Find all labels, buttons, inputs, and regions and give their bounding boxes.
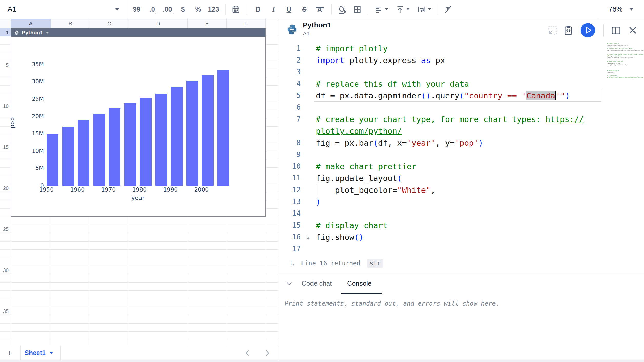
- run-code-button[interactable]: [581, 23, 595, 37]
- code-token: # make chart prettier: [316, 162, 416, 171]
- zoom-level: 76%: [609, 5, 622, 13]
- snippets-button[interactable]: [563, 25, 574, 36]
- minimap-line: # import plotly: [607, 43, 643, 44]
- code-panel-title: Python1: [303, 21, 331, 29]
- close-panel-button[interactable]: [628, 25, 638, 35]
- code-token: , y=: [436, 138, 455, 147]
- code-line[interactable]: # replace this df with your data: [316, 78, 469, 90]
- code-line[interactable]: plot_bgcolor="White",: [316, 184, 436, 196]
- code-token: import: [316, 56, 345, 65]
- cell-reference-box[interactable]: A1: [0, 0, 127, 19]
- currency-button[interactable]: $: [175, 2, 190, 17]
- text-wrap-button[interactable]: [414, 2, 435, 17]
- horizontal-align-button[interactable]: [370, 2, 392, 17]
- code-line[interactable]: fig = px.bar(df, x='year', y='pop'): [316, 137, 483, 149]
- column-header-D[interactable]: D: [129, 19, 188, 28]
- line-number: 8: [285, 137, 301, 149]
- line-number: 12: [285, 184, 301, 196]
- code-line[interactable]: # import plotly: [316, 43, 388, 54]
- select-cells-button[interactable]: [547, 25, 558, 36]
- vertical-align-button[interactable]: [392, 2, 414, 17]
- row-header-20[interactable]: 20: [0, 184, 9, 192]
- code-editor-panel: Python1 A1: [278, 19, 644, 360]
- code-line[interactable]: # display chart: [316, 219, 388, 231]
- currency-format-button[interactable]: 99: [129, 2, 144, 17]
- row-header-5[interactable]: 5: [0, 61, 9, 69]
- column-header-E[interactable]: E: [188, 19, 227, 28]
- row-header-25[interactable]: 25: [0, 225, 9, 233]
- minimap-line: # https://docs.quadratichq.com/python/ch…: [607, 77, 643, 78]
- fill-color-button[interactable]: [334, 2, 350, 17]
- collapse-console-button[interactable]: [284, 278, 294, 289]
- divider: [20, 345, 21, 360]
- tab-console[interactable]: Console: [347, 279, 371, 287]
- column-header-C[interactable]: C: [90, 19, 129, 28]
- code-token: "country == ': [464, 91, 527, 100]
- divider: [331, 4, 332, 15]
- borders-button[interactable]: [350, 2, 365, 17]
- row-header-10[interactable]: 10: [0, 102, 9, 110]
- code-token: fig.show: [316, 233, 354, 242]
- sheet-tab[interactable]: Sheet1: [25, 347, 53, 358]
- line-number: 6: [285, 102, 301, 113]
- code-token: ,: [431, 185, 436, 195]
- x-axis-tick: 1990: [155, 186, 186, 193]
- panel-layout-button[interactable]: [611, 25, 621, 36]
- code-token: plot_bgcolor=: [316, 185, 397, 195]
- grid-corner[interactable]: [0, 19, 11, 28]
- chart-bar: [93, 114, 105, 186]
- next-sheet-button[interactable]: [263, 348, 272, 358]
- code-token: ): [316, 197, 321, 206]
- italic-button[interactable]: I: [266, 2, 281, 17]
- bold-button[interactable]: B: [250, 2, 266, 17]
- line-number: 14: [285, 208, 301, 219]
- number-button[interactable]: 123: [206, 2, 221, 17]
- code-token: fig = px.bar: [316, 138, 373, 147]
- plus-icon: +: [7, 348, 12, 358]
- column-header-F[interactable]: F: [227, 19, 266, 28]
- row-header-15[interactable]: 15: [0, 143, 9, 151]
- x-axis-tick: 2000: [186, 186, 217, 193]
- row-header-35[interactable]: 35: [0, 307, 9, 315]
- date-format-button[interactable]: [228, 2, 244, 17]
- decrease-decimals-button[interactable]: .0←: [144, 2, 160, 17]
- minimap-line: # display chart: [607, 69, 643, 71]
- percent-button[interactable]: %: [190, 2, 206, 17]
- column-header-B[interactable]: B: [51, 19, 90, 28]
- line-number: 5: [285, 90, 301, 102]
- python-chart-cell[interactable]: Python1 pop year 05M10M15M20M25M30M35M19…: [11, 28, 266, 217]
- code-line[interactable]: # create your chart type, for more chart…: [316, 113, 584, 125]
- chart-y-axis-title: pop: [9, 117, 15, 128]
- row-header-1[interactable]: 1: [0, 28, 11, 36]
- line-number: 4: [285, 78, 301, 90]
- clear-formatting-button[interactable]: [440, 2, 456, 17]
- code-token: df = px.data.gapminder: [316, 91, 421, 100]
- tab-code-chat[interactable]: Code chat: [301, 279, 332, 287]
- code-token: ): [479, 138, 484, 147]
- divider: [368, 4, 368, 15]
- code-line[interactable]: # make chart prettier: [316, 160, 416, 172]
- add-sheet-button[interactable]: +: [4, 347, 15, 358]
- row-header-30[interactable]: 30: [0, 266, 9, 274]
- chart-cell-header[interactable]: Python1: [11, 28, 265, 37]
- strikethrough-button[interactable]: S: [297, 2, 312, 17]
- chevron-down-icon[interactable]: [115, 8, 119, 11]
- code-line[interactable]: fig.update_layout(: [316, 172, 402, 184]
- code-line[interactable]: df = px.data.gapminder().query("country …: [316, 90, 570, 102]
- code-line[interactable]: import plotly.express as px: [316, 54, 445, 66]
- code-line[interactable]: fig.show(): [316, 231, 364, 243]
- underline-button[interactable]: U: [281, 2, 297, 17]
- chart-bar: [124, 103, 136, 186]
- increase-decimals-button[interactable]: .00→: [160, 2, 175, 17]
- x-axis-tick: 1960: [62, 186, 93, 193]
- editor-minimap[interactable]: # import plotlyimport plotly.express as …: [607, 43, 643, 84]
- prev-sheet-button[interactable]: [243, 348, 252, 358]
- column-header-A[interactable]: A: [11, 19, 51, 28]
- zoom-control[interactable]: 76%: [598, 0, 644, 19]
- divider: [603, 24, 604, 36]
- text-color-button[interactable]: A: [312, 2, 327, 17]
- code-line[interactable]: ): [316, 196, 321, 208]
- code-line[interactable]: plotly.com/python/: [316, 125, 402, 137]
- toolbar: A1 99 .0← .00→ $ % 123: [0, 0, 644, 19]
- chart-cell-title: Python1: [22, 29, 43, 36]
